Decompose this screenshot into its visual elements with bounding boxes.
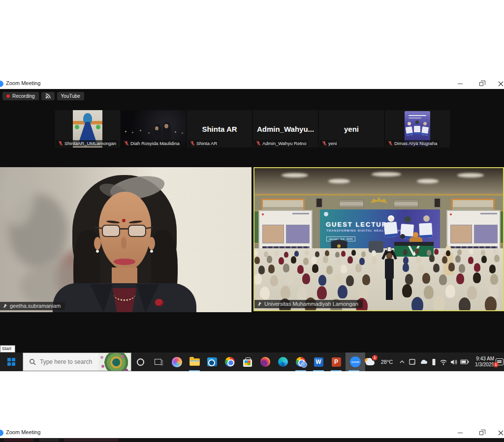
audience-member	[372, 250, 376, 256]
cortana-button[interactable]	[132, 353, 149, 371]
start-tooltip: Start	[0, 345, 15, 353]
participant-tile-shinta-ar[interactable]: Shinta AR Shinta AR	[187, 110, 252, 147]
tray-expand-button[interactable]	[398, 353, 407, 371]
participant-name-label: Diah Rosyida Maulidina	[122, 140, 182, 147]
temperature-label[interactable]: 28°C	[378, 353, 396, 371]
firefox-button[interactable]	[257, 353, 274, 371]
zoom-app-button[interactable]: zoom	[346, 353, 365, 371]
microsoft-store-button[interactable]	[239, 353, 256, 371]
audience-member	[335, 257, 341, 265]
audience-member	[362, 274, 370, 285]
participant-tile-dimas[interactable]: Dimas Arya Nugraha	[385, 110, 450, 147]
audience-member	[494, 255, 500, 262]
windows-logo-icon	[7, 358, 15, 366]
zoom-taskbar-icon: zoom	[350, 356, 361, 367]
mic-muted-icon	[256, 141, 261, 146]
powerpoint-icon: P	[332, 357, 341, 367]
search-highlight-art[interactable]	[98, 353, 131, 371]
audience-member	[370, 265, 376, 274]
usb-device-button[interactable]	[429, 353, 438, 371]
audience-member	[284, 252, 288, 258]
recording-indicator[interactable]: Recording	[2, 92, 39, 100]
powerpoint-button[interactable]: P	[328, 353, 345, 371]
audience-member	[433, 264, 440, 272]
tablet-icon: 1	[409, 358, 416, 365]
chevron-up-icon	[399, 360, 405, 364]
task-view-button[interactable]	[150, 353, 166, 371]
person-glasses	[120, 228, 128, 230]
file-explorer-button[interactable]	[186, 353, 203, 371]
participant-name-label: Dimas Arya Nugraha	[386, 140, 440, 147]
screen-thumbnail	[474, 225, 498, 243]
speaker-person	[52, 172, 199, 312]
audience-member	[347, 256, 353, 264]
copilot-icon	[172, 357, 182, 367]
person-bindi	[122, 219, 126, 222]
clipped-window-content	[0, 438, 504, 442]
video-detail	[408, 122, 411, 125]
copilot-button[interactable]	[168, 353, 185, 371]
participant-filmstrip: ShintaAR_UMLamongan Diah Rosyida Maulidi…	[0, 110, 504, 147]
edge-button[interactable]	[275, 353, 291, 371]
outlook-icon	[207, 357, 217, 366]
word-button[interactable]: W	[310, 353, 327, 371]
screen-text	[480, 213, 497, 214]
video-detail	[406, 126, 413, 136]
taskbar-search[interactable]	[23, 353, 131, 371]
main-video-speaker[interactable]: geetha.subramaniam	[0, 167, 252, 312]
network-button[interactable]	[439, 353, 448, 371]
restore-button[interactable]	[474, 428, 489, 438]
audience-member	[274, 250, 279, 256]
open-indicator	[313, 370, 324, 371]
audience-member	[403, 263, 409, 272]
open-indicator	[348, 370, 359, 371]
chrome-button[interactable]	[221, 353, 238, 371]
tray-device-button[interactable]: 1	[408, 353, 417, 371]
participant-tile-yeni[interactable]: yeni yeni	[319, 110, 384, 147]
livestream-indicator[interactable]	[41, 92, 55, 100]
audience-member	[418, 265, 424, 273]
restore-button[interactable]	[474, 79, 489, 89]
ceiling-light	[328, 179, 350, 183]
participant-name-label: yeni	[320, 140, 339, 147]
audience-member	[254, 274, 262, 285]
close-button[interactable]	[493, 79, 504, 89]
banner-speaker-card	[384, 222, 398, 238]
participant-name: Admin_Wahyu Retno	[262, 141, 306, 146]
participant-tile-admin-wahyu[interactable]: Admin_Wahyu... Admin_Wahyu Retno	[253, 110, 318, 147]
video-detail	[409, 115, 426, 116]
clock[interactable]: 9:43 AM 1/3/2025	[469, 353, 494, 371]
volume-button[interactable]	[449, 353, 459, 371]
weather-widget[interactable]: 1	[363, 353, 377, 371]
start-button[interactable]	[0, 353, 23, 371]
participant-tile-shintaar-um[interactable]: ShintaAR_UMLamongan	[55, 110, 120, 147]
pin-icon	[2, 303, 7, 309]
wall-vent	[339, 200, 364, 208]
notification-icon: 1	[496, 358, 504, 365]
onedrive-button[interactable]	[418, 353, 428, 371]
action-center-button[interactable]: 1	[495, 353, 504, 371]
video-detail	[164, 124, 168, 128]
recording-label: Recording	[12, 93, 35, 99]
clipped-detail	[4, 439, 33, 442]
youtube-stream-badge[interactable]: YouTube	[57, 92, 84, 100]
chrome-profile-button[interactable]	[292, 353, 309, 371]
photographer	[378, 247, 400, 301]
screen-text	[292, 213, 309, 214]
minimize-button[interactable]	[453, 79, 468, 89]
main-video-venue[interactable]: GUEST LECTURE TRANSFORMING DIGITAL HEALT…	[253, 167, 504, 311]
participant-tile-diah[interactable]: Diah Rosyida Maulidina	[121, 110, 186, 147]
search-input[interactable]	[40, 358, 99, 365]
close-button[interactable]	[493, 428, 504, 438]
chrome-icon	[225, 357, 235, 367]
clipped-detail	[64, 439, 118, 442]
audience-member	[281, 286, 290, 299]
minimize-button[interactable]	[453, 428, 468, 438]
open-indicator	[295, 370, 306, 371]
audience-member	[311, 257, 316, 264]
audience-member	[286, 274, 294, 285]
audience-member	[422, 273, 430, 284]
outlook-button[interactable]	[204, 353, 220, 371]
chrome-profile-icon	[296, 357, 306, 367]
audience-member	[448, 263, 455, 271]
